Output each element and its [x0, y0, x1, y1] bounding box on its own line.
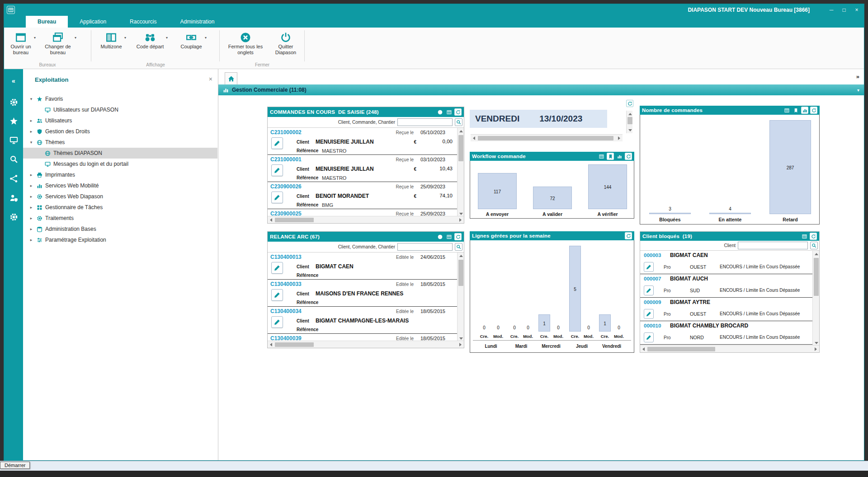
vertical-scrollbar[interactable]: [457, 128, 464, 217]
client-row[interactable]: 000003 BIGMAT CAEN Pro OUEST ENCOURS / L…: [640, 251, 812, 274]
code-depart-button[interactable]: ▾ Code départ: [133, 29, 167, 64]
order-row[interactable]: C130400013 Editée le 24/06/2015 Client B…: [268, 253, 457, 280]
flag-view-icon[interactable]: [607, 153, 614, 160]
edit-client-button[interactable]: [644, 332, 654, 342]
close-button[interactable]: ×: [852, 5, 861, 14]
search-icon[interactable]: [4, 155, 23, 164]
edit-order-button[interactable]: [271, 316, 283, 328]
dropdown-caret-icon[interactable]: ▾: [34, 36, 36, 40]
scroll-left-button[interactable]: [471, 135, 477, 141]
expand-caret-icon[interactable]: ▸: [28, 194, 34, 199]
quitter-diapason-button[interactable]: Quitter Diapason: [272, 29, 300, 64]
scrollbar-thumb[interactable]: [647, 347, 715, 351]
scroll-up-button[interactable]: [627, 111, 633, 117]
scroll-right-button[interactable]: [616, 135, 623, 141]
chart-view-icon[interactable]: [616, 153, 623, 160]
nav-item-gestionnaire-taches[interactable]: ▸ Gestionnaire de Tâches: [23, 202, 217, 213]
edit-order-button[interactable]: [271, 289, 283, 301]
scrollbar-thumb[interactable]: [458, 260, 463, 286]
order-number-link[interactable]: C130400033: [270, 281, 302, 287]
chart-view-icon[interactable]: [801, 107, 808, 114]
dropdown-caret-icon[interactable]: ▾: [166, 36, 168, 40]
horizontal-scrollbar[interactable]: [268, 341, 464, 348]
expand-caret-icon[interactable]: ▸: [28, 216, 34, 220]
edit-client-button[interactable]: [644, 285, 654, 295]
refresh-icon[interactable]: [625, 153, 632, 160]
desktop-icon[interactable]: [4, 136, 23, 145]
pane-header[interactable]: Gestion Commerciale (11:08) ▾: [218, 84, 864, 95]
scroll-left-button[interactable]: [268, 216, 274, 223]
order-row[interactable]: C230900026 Reçue le 25/09/2023 Client BE…: [268, 182, 457, 209]
network-icon[interactable]: [4, 174, 23, 183]
scrollbar-thumb[interactable]: [627, 117, 632, 124]
pane-dropdown-caret-icon[interactable]: ▾: [857, 88, 859, 93]
bar-en-attente[interactable]: [709, 213, 751, 214]
edit-order-button[interactable]: [271, 164, 283, 176]
minimize-button[interactable]: ─: [827, 5, 836, 14]
refresh-icon[interactable]: [626, 100, 633, 107]
nav-item-themes[interactable]: ▾ Thèmes: [23, 137, 217, 148]
collapse-panel-button[interactable]: «: [4, 77, 23, 84]
nav-item-utilisateurs-diapason[interactable]: Utilisateurs sur DIAPASON: [23, 104, 217, 115]
favorites-icon[interactable]: [4, 117, 23, 126]
dropdown-caret-icon[interactable]: ▾: [75, 36, 76, 40]
nav-item-imprimantes[interactable]: ▸ Imprimantes: [23, 169, 217, 180]
order-row[interactable]: C130400034 Editée le 18/05/2015 Client B…: [268, 307, 457, 334]
commandes-search-input[interactable]: [397, 118, 453, 126]
scroll-up-button[interactable]: [458, 128, 464, 134]
table-view-icon[interactable]: [445, 108, 453, 116]
refresh-icon[interactable]: [810, 233, 817, 240]
scroll-right-button[interactable]: [812, 346, 819, 352]
order-number-link[interactable]: C231000001: [270, 156, 302, 163]
order-number-link[interactable]: C130400034: [270, 308, 302, 314]
search-icon[interactable]: [455, 118, 462, 126]
scroll-left-button[interactable]: [640, 346, 647, 352]
scroll-left-button[interactable]: [268, 341, 274, 348]
table-view-icon[interactable]: [801, 233, 808, 240]
clients-search-input[interactable]: [738, 242, 808, 249]
client-row[interactable]: 000009 BIGMAT AYTRE Pro OUEST ENCOURS / …: [640, 298, 812, 321]
nav-item-traitements[interactable]: ▸ Traitements: [23, 213, 217, 224]
order-row[interactable]: C231000001 Reçue le 03/10/2023 Client ME…: [268, 155, 457, 182]
client-code-link[interactable]: 000007: [644, 276, 661, 281]
fermer-onglets-button[interactable]: Fermer tous les onglets: [226, 29, 264, 64]
nav-item-favoris[interactable]: ▾ Favoris: [23, 94, 217, 104]
ribbon-tab-raccourcis[interactable]: Raccourcis: [118, 16, 168, 28]
ouvrir-bureau-button[interactable]: ▾ Ouvrir un bureau: [7, 29, 35, 64]
nav-item-parametrage-exploitation[interactable]: ▸ Paramétrage Exploitation: [23, 234, 217, 245]
changer-bureau-button[interactable]: ▾ Changer de bureau: [40, 29, 75, 64]
scrollbar-thumb[interactable]: [478, 136, 613, 140]
maximize-button[interactable]: □: [840, 5, 849, 14]
nav-item-utilisateurs[interactable]: ▸ Utilisateurs: [23, 115, 217, 126]
ribbon-tab-bureau[interactable]: Bureau: [26, 16, 68, 28]
order-number-link[interactable]: C130400013: [270, 254, 302, 260]
edit-order-button[interactable]: [271, 137, 283, 149]
add-icon[interactable]: [436, 233, 443, 240]
vertical-scrollbar[interactable]: [626, 111, 632, 133]
edit-order-button[interactable]: [271, 262, 283, 274]
scrollbar-thumb[interactable]: [814, 258, 819, 296]
scrollbar-thumb[interactable]: [275, 342, 314, 347]
settings-icon[interactable]: [4, 98, 23, 107]
bar-bloquees[interactable]: [649, 213, 691, 214]
ribbon-tab-administration[interactable]: Administration: [168, 16, 226, 28]
refresh-icon[interactable]: [454, 108, 462, 116]
table-view-icon[interactable]: [783, 107, 790, 114]
multizone-button[interactable]: ▾ Multizone: [97, 29, 125, 64]
expand-caret-icon[interactable]: ▸: [28, 205, 34, 210]
dropdown-caret-icon[interactable]: ▾: [124, 36, 126, 40]
scrollbar-thumb[interactable]: [275, 218, 314, 222]
relance-search-input[interactable]: [397, 243, 453, 251]
tab-overflow-button[interactable]: »: [856, 73, 859, 80]
vertical-scrollbar[interactable]: [457, 253, 464, 341]
order-number-link[interactable]: C230900026: [270, 183, 302, 190]
refresh-icon[interactable]: [625, 232, 632, 239]
dropdown-caret-icon[interactable]: ▾: [205, 36, 207, 40]
admin-settings-icon[interactable]: [4, 213, 23, 221]
edit-client-button[interactable]: [644, 309, 654, 319]
close-panel-icon[interactable]: ×: [209, 75, 212, 83]
nav-item-gestion-droits[interactable]: ▸ Gestion des Droits: [23, 126, 217, 137]
expand-caret-icon[interactable]: ▾: [28, 97, 34, 101]
client-code-link[interactable]: 000003: [644, 253, 661, 258]
client-row[interactable]: 000010 BIGMAT CHAMBLY BROCARD Pro NORD E…: [640, 321, 812, 345]
